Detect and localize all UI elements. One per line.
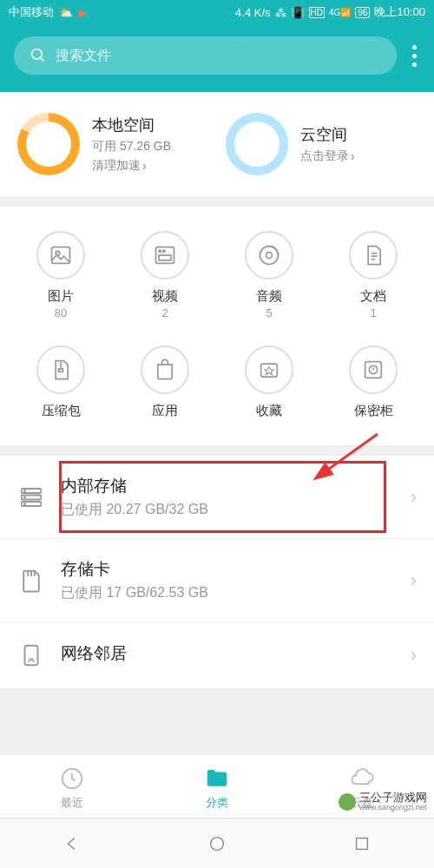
cleanup-link[interactable]: 清理加速›	[92, 158, 171, 174]
image-icon	[36, 231, 85, 279]
search-area: 搜索文件	[0, 24, 434, 92]
battery-indicator: 96	[355, 7, 370, 18]
svg-rect-16	[59, 369, 63, 372]
storage-overview: 本地空间 可用 57.26 GB 清理加速› 云空间 点击登录›	[0, 92, 434, 196]
status-bar: 中国移动 ⛅ ▶ 4.4 K/s ⁂ 📳 HD 4G📶 96 晚上10:00	[0, 0, 434, 24]
audio-icon	[245, 231, 293, 279]
svg-line-1	[41, 58, 44, 62]
more-menu-button[interactable]	[409, 45, 420, 67]
watermark-logo-icon	[339, 793, 356, 811]
cloud-usage-ring	[226, 113, 288, 175]
network-icon	[17, 641, 45, 669]
category-label: 压缩包	[42, 403, 81, 419]
categories-grid: 图片80视频2音频5文档1 压缩包应用收藏保密柜	[0, 207, 434, 445]
app-icon: ▶	[78, 6, 87, 19]
cloud-title: 云空间	[300, 124, 355, 145]
category-label: 收藏	[256, 403, 282, 419]
speed-label: 4.4 K/s	[235, 6, 270, 19]
storage-item-title: 内部存储	[61, 475, 395, 497]
category-audio[interactable]: 音频5	[217, 224, 321, 326]
back-button[interactable]	[62, 834, 82, 853]
svg-point-6	[163, 250, 165, 252]
category-label: 图片	[48, 288, 74, 305]
category-label: 文档	[360, 288, 386, 305]
svg-point-0	[32, 49, 43, 60]
category-count: 1	[370, 306, 376, 319]
category-video[interactable]: 视频2	[113, 224, 217, 326]
network-neighborhood-item[interactable]: 网络邻居 ›	[0, 621, 434, 688]
category-image[interactable]: 图片80	[9, 224, 113, 326]
cloud-icon	[349, 766, 375, 792]
recent-apps-button[interactable]	[352, 834, 372, 853]
app-icon	[141, 345, 189, 394]
local-usage-ring	[17, 113, 80, 175]
watermark: 三公子游戏网 www.sangongzi.net	[339, 792, 427, 812]
tab-label: 最近	[61, 795, 83, 811]
video-icon	[141, 231, 189, 279]
category-label: 应用	[152, 403, 178, 419]
svg-point-9	[266, 253, 273, 259]
search-icon	[30, 47, 47, 64]
zip-icon	[36, 345, 85, 394]
local-storage-card[interactable]: 本地空间 可用 57.26 GB 清理加速›	[17, 113, 208, 175]
carrier-label: 中国移动	[9, 4, 54, 20]
signal-icon: 4G📶	[329, 8, 351, 17]
sd-card-icon	[17, 567, 45, 595]
vibrate-icon: 📳	[291, 6, 305, 19]
storage-item-sub: 已使用 20.27 GB/32 GB	[61, 501, 395, 519]
nav-bar	[0, 818, 434, 868]
svg-rect-7	[159, 255, 171, 260]
search-placeholder: 搜索文件	[56, 47, 111, 65]
svg-point-25	[24, 490, 25, 490]
safe-icon	[349, 345, 398, 394]
internal-storage-icon	[17, 483, 45, 511]
cloud-login-link[interactable]: 点击登录›	[300, 148, 355, 164]
chevron-right-icon: ›	[411, 644, 417, 667]
local-title: 本地空间	[92, 115, 171, 135]
category-fav[interactable]: 收藏	[217, 339, 321, 428]
time-label: 晚上10:00	[374, 4, 425, 20]
chevron-right-icon: ›	[411, 569, 417, 592]
fav-icon	[245, 345, 293, 394]
category-label: 音频	[256, 288, 282, 305]
category-label: 视频	[152, 288, 178, 305]
sd-card-item[interactable]: 存储卡 已使用 17 GB/62.53 GB ›	[0, 538, 434, 621]
search-input[interactable]: 搜索文件	[14, 36, 397, 75]
storage-item-sub: 已使用 17 GB/62.53 GB	[61, 584, 395, 602]
svg-rect-2	[52, 247, 70, 264]
watermark-url: www.sangongzi.net	[359, 804, 427, 812]
category-zip[interactable]: 压缩包	[9, 339, 113, 428]
category-count: 5	[266, 306, 272, 319]
storage-item-title: 网络邻居	[61, 642, 395, 665]
cloud-storage-card[interactable]: 云空间 点击登录›	[226, 113, 417, 175]
folder-icon	[204, 766, 230, 792]
chevron-right-icon: ›	[351, 149, 355, 163]
doc-icon	[349, 231, 398, 279]
chevron-right-icon: ›	[411, 486, 417, 509]
storage-item-title: 存储卡	[61, 558, 395, 581]
category-label: 保密柜	[354, 403, 393, 419]
tab-label: 分类	[206, 795, 228, 811]
home-button[interactable]	[207, 834, 227, 853]
svg-point-33	[211, 837, 224, 850]
bluetooth-icon: ⁂	[275, 6, 286, 19]
category-doc[interactable]: 文档1	[321, 224, 425, 326]
svg-point-5	[159, 250, 161, 252]
svg-point-26	[24, 496, 25, 497]
hd-icon: HD	[309, 7, 325, 18]
tab-recent[interactable]: 最近	[0, 766, 145, 811]
category-app[interactable]: 应用	[113, 339, 217, 428]
clock-icon	[59, 766, 85, 792]
category-safe[interactable]: 保密柜	[321, 339, 425, 428]
svg-rect-31	[25, 646, 38, 666]
storage-list: 内部存储 已使用 20.27 GB/32 GB › 存储卡 已使用 17 GB/…	[0, 456, 434, 688]
chevron-right-icon: ›	[142, 159, 147, 173]
tab-categories[interactable]: 分类	[145, 766, 290, 811]
category-count: 80	[55, 306, 67, 319]
internal-storage-item[interactable]: 内部存储 已使用 20.27 GB/32 GB ›	[0, 456, 434, 538]
svg-rect-34	[356, 838, 367, 849]
svg-point-27	[24, 503, 25, 503]
watermark-text: 三公子游戏网	[359, 792, 427, 804]
local-available: 可用 57.26 GB	[92, 139, 171, 155]
weather-icon: ⛅	[59, 6, 73, 19]
